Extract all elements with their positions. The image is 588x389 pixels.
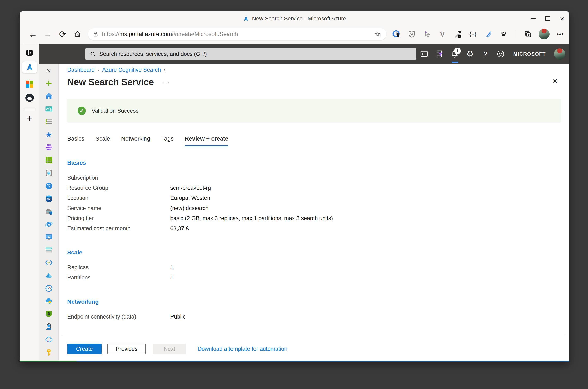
function-app-icon [44,258,53,267]
sidebar-expand-button[interactable]: » [44,65,54,75]
maximize-button[interactable] [540,11,555,26]
sidebar-item-scale-sets[interactable] [44,143,54,152]
tab-review-create[interactable]: Review + create [185,135,228,146]
notification-badge: 1 [454,48,461,54]
tab-networking[interactable]: Networking [121,135,150,146]
directory-filter-button[interactable] [435,49,444,59]
address-bar[interactable]: https://ms.portal.azure.com/#create/Micr… [88,28,386,40]
chevron-right-icon-2: › [164,67,166,73]
sql-data-warehouse-icon [44,207,53,216]
chevron-right-icon: › [97,67,99,73]
tab-actions-icon [25,48,34,57]
home-button[interactable] [72,28,83,40]
sidebar-item-virtual-machines[interactable] [44,232,54,242]
sidebar-item-advisor[interactable] [44,297,54,306]
portal-account-avatar[interactable] [554,48,565,60]
sidebar-item-load-balancers[interactable] [44,245,54,255]
wizard-tabs: Basics Scale Networking Tags Review + cr… [67,135,561,146]
toolbar-divider [515,30,516,38]
sidebar-item-function-app[interactable] [44,258,54,267]
browser-window: New Search Service - Microsoft Azure × ←… [20,11,569,362]
extensions-row: V {≡} [392,29,565,39]
tab-basics[interactable]: Basics [67,135,84,146]
tab-actions-button[interactable] [23,48,36,58]
notifications-button[interactable]: 1 [450,49,460,59]
cursor-extension-icon[interactable] [422,30,432,39]
browser-menu-button[interactable]: ••• [556,30,565,39]
row-pricing-tier: Pricing tier basic (2 GB, max 3 replicas… [67,213,561,224]
vue-extension-icon[interactable]: V [438,30,447,39]
advisor-icon [44,297,53,305]
favorite-star-button[interactable]: ☆+ [373,30,382,38]
tab-scale[interactable]: Scale [95,135,110,146]
row-estimated-cost: Estimated cost per month 63,37 € [67,224,561,233]
next-button-disabled[interactable]: Next [153,344,186,354]
sidebar-item-sql-databases[interactable]: SQL [44,194,54,203]
sidebar-item-help-support[interactable] [44,322,54,331]
sidebar-item-security-center[interactable] [44,309,54,319]
breadcrumb-dashboard[interactable]: Dashboard [67,67,95,73]
sidebar-item-all-services[interactable] [44,117,54,126]
download-template-link[interactable]: Download a template for automation [198,346,287,352]
sidebar-item-key-vaults[interactable] [44,348,54,357]
sidebar-item-cost-management[interactable] [44,335,54,344]
tab-tags[interactable]: Tags [161,135,174,146]
all-resources-icon [44,156,53,164]
sidebar-item-home[interactable] [44,92,54,101]
sidebar-item-dashboard[interactable] [44,104,54,113]
menu-dots-icon: ••• [557,31,564,37]
forward-button[interactable]: → [42,28,54,40]
new-tab-button[interactable]: + [23,113,36,123]
sidebar-item-all-resources[interactable] [44,156,54,165]
minimize-button[interactable] [526,11,540,26]
reload-button[interactable]: ⟳ [57,28,69,40]
window-bottom-strip [20,361,569,362]
create-resource-icon: + [46,79,52,88]
star-plus-icon: + [379,34,381,39]
sidebar-item-app-services[interactable] [44,181,54,190]
row-subscription: Subscription [67,173,561,183]
tab-azure-active[interactable] [22,61,37,73]
row-label: Estimated cost per month [67,225,170,232]
browser-profile-avatar[interactable] [539,29,550,39]
create-button[interactable]: Create [67,344,102,354]
back-icon: ← [29,29,37,39]
azure-search-bar[interactable]: Search resources, services, and docs (G+… [85,48,416,60]
cloud-shell-button[interactable] [419,49,429,59]
sidebar-item-create-a-resource[interactable]: + [44,79,54,88]
close-button[interactable]: × [555,11,569,26]
paw-extension-icon[interactable] [499,30,508,39]
minimize-icon [531,18,536,19]
previous-button[interactable]: Previous [107,344,146,354]
sidebar-item-synapse[interactable] [44,271,54,280]
breadcrumb-azure-cognitive-search[interactable]: Azure Cognitive Search [102,67,161,73]
sidebar-item-sql-data-warehouse[interactable] [44,207,54,216]
row-label: Location [67,195,170,201]
collections-button[interactable] [523,30,533,39]
json-braces-extension-icon[interactable]: {≡} [468,30,478,39]
settings-button[interactable]: ⚙ [465,49,475,59]
back-button[interactable]: ← [27,28,39,40]
title-context-menu-button[interactable]: ··· [162,79,171,86]
browser-toolbar: ← → ⟳ https://ms.portal.azure.com/#creat… [20,26,569,44]
row-value: (new) dcsearch [170,205,209,211]
sidebar-item-cosmos-db[interactable] [44,220,54,229]
blade-close-button[interactable]: × [553,77,557,86]
tab-github[interactable] [23,93,36,103]
search-icon [90,51,96,57]
password-manager-extension-icon[interactable] [392,30,401,39]
sidebar-item-resource-groups[interactable] [44,168,54,178]
shield-extension-icon[interactable] [407,30,416,39]
sidebar-item-monitor[interactable] [44,284,54,293]
sidebar-item-favorites[interactable]: ★ [44,130,54,139]
feedback-button[interactable] [496,49,506,59]
editor-extension-icon[interactable] [484,30,493,39]
cosmos-db-icon [44,220,53,228]
section-heading-basics: Basics [67,160,561,166]
row-value: 1 [170,264,173,271]
tabstrip-divider-2 [24,109,36,109]
tab-microsoft[interactable] [23,79,36,89]
close-icon: × [560,15,564,23]
help-button[interactable]: ? [481,49,490,59]
eyedropper-extension-icon[interactable] [453,30,462,39]
